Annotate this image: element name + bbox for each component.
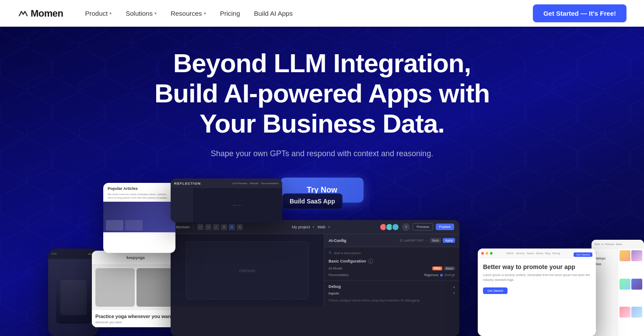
yoga-sub: whenever you want: [95, 321, 176, 324]
solutions-chevron-icon: ▾: [154, 11, 157, 16]
pro-badge: PRO: [432, 266, 442, 270]
product-cta-button[interactable]: Get Started: [483, 287, 508, 294]
talks-side-3: ideas: [594, 262, 615, 266]
publish-button[interactable]: Publish: [436, 224, 454, 230]
popular-img: [103, 202, 175, 232]
talks-card: Talks ie Startups ideas le Startups idea…: [592, 240, 644, 336]
yoga-images: [92, 265, 179, 310]
builder-topbar-left: Momen ↩ ↪ ⤢ ⚙ AI ⚙: [176, 224, 243, 230]
debug-chevron: ▴: [453, 285, 455, 289]
product-chevron-icon: ▾: [109, 11, 112, 16]
product-navbar: ADDX. Service Teams Works Blog Pricing G…: [478, 248, 596, 258]
talks-side-2: Startups: [594, 257, 615, 260]
basic-config-title: Basic Configuration i: [329, 259, 455, 264]
personalities-row: Personalities Rigorous Diverge: [329, 273, 455, 277]
debug-title: Debug: [329, 284, 341, 289]
reflection-body: ··· ·· ·: [171, 188, 282, 222]
redo-icon[interactable]: ↪: [205, 224, 211, 230]
settings-icon[interactable]: ⚙: [221, 224, 227, 230]
product-nav-items: ADDX. Service Teams Works Blog Pricing: [506, 252, 560, 255]
ai-config-id: ID: pa839477403: [400, 239, 424, 242]
ai-icon[interactable]: AI: [229, 224, 235, 230]
talks-content: le Startups ideas: [592, 248, 644, 336]
add-description-row: ✎ Add a description: [329, 251, 455, 255]
build-saas-text: Build SaaS App: [290, 198, 335, 205]
reflection-empty: ··· ·· ·: [233, 203, 242, 207]
talks-img-2: [631, 250, 642, 261]
add-description-text: Add a description: [334, 251, 361, 255]
nav-solutions[interactable]: Solutions ▾: [119, 6, 163, 21]
nav-product[interactable]: Product ▾: [79, 6, 118, 21]
preview-button[interactable]: Preview: [413, 223, 433, 231]
reflection-sidebar: [171, 188, 192, 222]
builder-topbar-center: My project ▾ Web ▾: [292, 225, 330, 229]
ellipsis-icon: ···: [425, 238, 428, 243]
share-icon[interactable]: ⤢: [213, 224, 219, 230]
time-display: 9:41: [52, 252, 57, 255]
ai-model-label: AI Model: [329, 266, 343, 270]
builder-icons: ↩ ↪ ⤢ ⚙ AI ⚙: [197, 224, 243, 230]
popular-img-tags: [106, 220, 143, 231]
talks-nav-item-1: Talks: [594, 243, 600, 245]
debug-chevron-right: ▾: [453, 291, 455, 295]
avatar-group: [379, 223, 399, 231]
yoga-title: Practice yoga whenever you wan...: [95, 314, 176, 319]
nav-pricing[interactable]: Pricing: [214, 6, 246, 21]
signal-icon: ▪▪▪: [88, 252, 92, 256]
talks-right: [618, 248, 644, 336]
phone-status-bar: 9:41 ▪▪▪ ▯: [48, 248, 98, 259]
talks-img-6: [631, 307, 642, 318]
nav-build-ai[interactable]: Build AI Apps: [248, 6, 298, 21]
shoe-img: [60, 280, 87, 315]
nav-item-pricing: Pricing: [552, 252, 560, 255]
more-icon[interactable]: ⚙: [237, 224, 243, 230]
popular-img-bg: [103, 202, 175, 232]
yoga-text-area: Practice yoga whenever you wan... whenev…: [92, 310, 179, 327]
product-promo-card: ADDX. Service Teams Works Blog Pricing G…: [478, 248, 596, 336]
debug-header-row: Debug ▴: [329, 284, 455, 289]
resources-chevron-icon: ▾: [204, 11, 206, 16]
platform-chevron: ▾: [328, 225, 330, 229]
get-started-button[interactable]: Get Started — It's Free!: [533, 4, 626, 22]
nav-item-service: Service: [516, 252, 525, 255]
collapse-icon: ▴: [453, 285, 455, 289]
popular-articles-card: Popular Articles We show common ready st…: [103, 183, 175, 253]
talks-img-5: [620, 307, 630, 318]
add-member-icon[interactable]: +: [402, 223, 410, 231]
canvas-area: canvas: [186, 242, 308, 299]
product-subtitle: Lorem ipsum is dummy content. Generated …: [483, 273, 591, 282]
reflection-card: REFLECTION Live Preview Module Documenta…: [171, 178, 282, 222]
logo-text: Momen: [31, 8, 63, 19]
nav-dot-3: [490, 252, 493, 255]
talks-nav-item-2: ie: [602, 243, 604, 245]
product-hero-content: Better way to promote your app Lorem ips…: [478, 258, 596, 336]
logo-link[interactable]: Momen: [18, 8, 63, 19]
debug-placeholder-text: Please configure inputs before using inp…: [329, 298, 455, 303]
reflection-nav-module: Module: [250, 182, 259, 185]
nav-resources[interactable]: Resources ▾: [164, 6, 212, 21]
yoga-img-1: [95, 268, 135, 307]
talks-nav-item-3: Startups: [605, 243, 614, 245]
back-button[interactable]: Back: [430, 238, 441, 243]
talks-nav-item-4: ideas: [616, 243, 622, 245]
hero-section: Beyond LLM Integration, Build AI-powered…: [0, 0, 644, 336]
ai-model-row: AI Model PRO Basic: [329, 266, 455, 270]
reflection-nav-live: Live Preview: [232, 182, 247, 185]
navbar-left: Momen Product ▾ Solutions ▾ Resources ▾ …: [18, 6, 299, 21]
yoga-card-inner: keepyoga Practice yoga whenever you wan.…: [92, 251, 179, 327]
nav-links: Product ▾ Solutions ▾ Resources ▾ Pricin…: [79, 6, 299, 21]
logo-icon: [18, 8, 29, 19]
get-started-small-button[interactable]: Get Started: [574, 252, 592, 257]
personalities-value: Rigorous Diverge: [424, 273, 455, 277]
inputs-row: Inputs ▾: [329, 291, 455, 295]
reflection-title: REFLECTION: [174, 182, 201, 186]
product-title: Better way to promote your app: [483, 263, 591, 270]
undo-icon[interactable]: ↩: [197, 224, 203, 230]
apply-button[interactable]: Apply: [443, 238, 455, 243]
reflection-nav-docs: Documentation: [261, 182, 279, 185]
builder-main-card: Momen ↩ ↪ ⤢ ⚙ AI ⚙ My project ▾ Web ▾: [171, 220, 459, 336]
phone-image-placeholder: [56, 271, 91, 324]
product-nav-btn-area: Get Started: [574, 249, 592, 257]
popular-articles-subtitle: We show common ready strategies ideas, u…: [108, 192, 171, 200]
ai-config-panel-header: AI-Config ID: pa839477403 ··· Back Apply: [324, 234, 459, 247]
